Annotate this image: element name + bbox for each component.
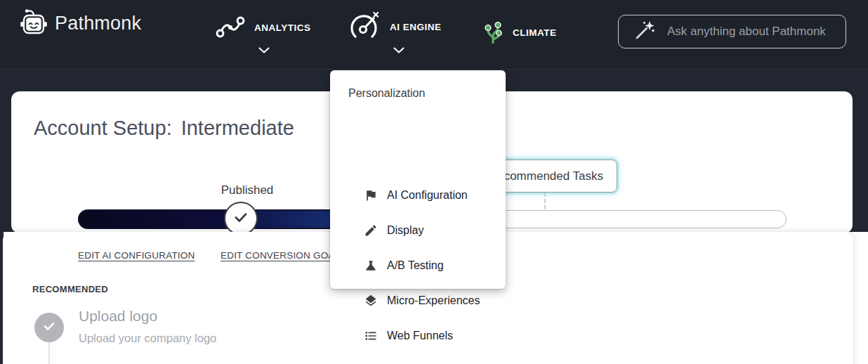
- ai-engine-gauge-icon: [348, 11, 381, 43]
- edit-conversion-goals-link[interactable]: EDIT CONVERSION GOALS: [221, 250, 347, 261]
- dropdown-header: Personalization: [348, 87, 425, 100]
- menu-item-label: Display: [387, 224, 423, 237]
- climate-plant-icon: [482, 18, 504, 46]
- menu-item-label: A/B Testing: [387, 259, 444, 272]
- chevron-down-icon[interactable]: [393, 44, 405, 56]
- menu-item-ai-configuration[interactable]: AI Configuration: [330, 178, 506, 213]
- ask-input-container[interactable]: [618, 15, 846, 48]
- check-icon: [41, 318, 57, 337]
- page-title-prefix: Account Setup:: [34, 117, 172, 140]
- menu-item-web-funnels[interactable]: Web Funnels: [330, 318, 506, 353]
- robot-logo-icon: [20, 7, 48, 39]
- page-title: Account Setup: Intermediate: [34, 117, 294, 140]
- task-title: Upload logo: [79, 308, 157, 325]
- dashed-connector-line: [544, 193, 546, 209]
- task-subtitle: Upload your company logo: [79, 332, 216, 345]
- menu-item-label: Micro-Experiences: [387, 294, 480, 307]
- menu-item-micro-experiences[interactable]: Micro-Experiences: [330, 283, 506, 318]
- chevron-down-icon[interactable]: [258, 44, 270, 56]
- published-checkpoint: [224, 202, 258, 235]
- edit-ai-configuration-link[interactable]: EDIT AI CONFIGURATION: [78, 250, 195, 261]
- nav-item-analytics[interactable]: ANALYTICS: [215, 13, 311, 42]
- flask-icon: [364, 259, 378, 273]
- check-icon: [232, 208, 250, 229]
- milestone-label: Published: [209, 183, 286, 197]
- brand-name: Pathmonk: [55, 13, 141, 34]
- recommended-section-header: RECOMMENDED: [32, 284, 108, 294]
- layers-icon: [364, 294, 378, 308]
- analytics-route-icon: [215, 13, 246, 42]
- nav-item-climate[interactable]: CLIMATE: [482, 18, 557, 46]
- menu-item-label: AI Configuration: [387, 189, 468, 202]
- navbar: Pathmonk ANALYTICS AI ENGINE: [0, 0, 868, 70]
- nav-item-ai-engine[interactable]: AI ENGINE: [348, 11, 442, 43]
- flag-icon: [364, 188, 378, 202]
- brand-logo[interactable]: Pathmonk: [20, 7, 141, 39]
- task-status-circle: [34, 313, 64, 342]
- timeline-connector: [48, 342, 50, 364]
- page-title-value: Intermediate: [181, 117, 294, 140]
- menu-item-label: Web Funnels: [387, 330, 453, 342]
- magic-wand-icon: [634, 19, 657, 44]
- list-icon: [364, 329, 378, 343]
- nav-label-climate: CLIMATE: [513, 27, 557, 38]
- ai-engine-dropdown-menu: Personalization AI Configuration Display…: [330, 70, 506, 289]
- pencil-icon: [364, 223, 378, 238]
- nav-label-analytics: ANALYTICS: [254, 22, 311, 33]
- menu-item-display[interactable]: Display: [330, 213, 506, 248]
- ask-input[interactable]: [666, 24, 837, 39]
- nav-label-ai-engine: AI ENGINE: [390, 22, 442, 32]
- menu-item-ab-testing[interactable]: A/B Testing: [330, 248, 506, 283]
